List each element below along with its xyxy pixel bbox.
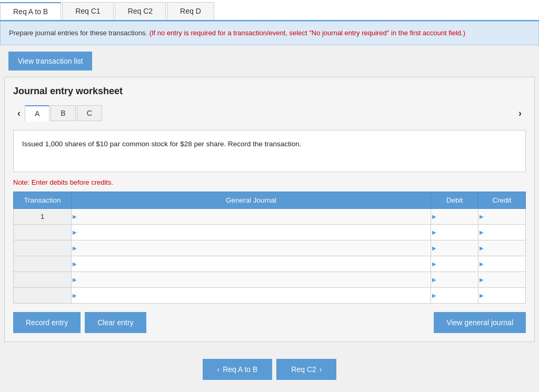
transaction-num-cell-6 [14, 287, 72, 303]
col-header-credit: Credit [478, 192, 526, 208]
debit-cell-4[interactable] [431, 256, 478, 272]
table-row [14, 240, 526, 256]
prev-nav-label: Req A to B [223, 365, 257, 374]
credit-input-4[interactable] [478, 256, 525, 272]
debit-cell-2[interactable] [431, 224, 478, 240]
credit-cell-5[interactable] [478, 272, 526, 287]
col-header-general-journal: General Journal [72, 192, 431, 208]
debit-cell-5[interactable] [431, 272, 478, 287]
transaction-num-cell-5 [14, 272, 72, 287]
prev-arrow-icon: ‹ [217, 365, 220, 374]
note-text: Note: Enter debits before credits. [13, 178, 526, 186]
tab-req-c2[interactable]: Req C2 [115, 2, 166, 20]
table-row: 1 [14, 208, 526, 224]
debit-input-2[interactable] [431, 225, 478, 240]
journal-entry-cell[interactable] [72, 208, 431, 224]
credit-input-3[interactable] [478, 240, 525, 256]
instructions-bar: Prepare journal entries for these transa… [0, 21, 539, 45]
col-header-debit: Debit [431, 192, 478, 208]
journal-table: Transaction General Journal Debit Credit… [13, 192, 526, 304]
debit-input-3[interactable] [431, 240, 478, 256]
journal-input-6[interactable] [72, 288, 431, 303]
clear-entry-button[interactable]: Clear entry [85, 312, 146, 333]
journal-entry-cell-3[interactable] [72, 240, 431, 256]
record-entry-button[interactable]: Record entry [13, 312, 81, 333]
transaction-num-cell-4 [14, 256, 72, 272]
view-transaction-button[interactable]: View transaction list [8, 52, 92, 71]
next-nav-label: Req C2 [291, 365, 316, 374]
prev-nav-button[interactable]: ‹ Req A to B [203, 359, 273, 380]
credit-input-2[interactable] [478, 225, 525, 240]
inner-tab-a[interactable]: A [25, 105, 49, 122]
credit-cell-2[interactable] [478, 224, 526, 240]
tab-req-d[interactable]: Req D [167, 2, 214, 20]
tab-req-a-to-b[interactable]: Req A to B [0, 2, 61, 20]
credit-input-5[interactable] [478, 272, 525, 287]
debit-cell-3[interactable] [431, 240, 478, 256]
transaction-num-cell-3 [14, 240, 72, 256]
debit-input-1[interactable] [431, 209, 478, 224]
action-buttons-bar: Record entry Clear entry View general jo… [13, 312, 526, 333]
prev-tab-arrow[interactable]: ‹ [13, 106, 25, 121]
inner-tab-bar: ‹ A B C › [13, 105, 526, 122]
credit-cell-4[interactable] [478, 256, 526, 272]
journal-entry-cell-6[interactable] [72, 287, 431, 303]
journal-input-1[interactable] [72, 209, 431, 224]
journal-input-5[interactable] [72, 272, 431, 287]
credit-cell-6[interactable] [478, 287, 526, 303]
journal-input-2[interactable] [72, 225, 431, 240]
transaction-description: Issued 1,000 shares of $10 par common st… [13, 130, 526, 172]
credit-input-1[interactable] [478, 209, 525, 224]
credit-cell-1[interactable] [478, 208, 526, 224]
instructions-note: (If no entry is required for a transacti… [149, 29, 465, 37]
inner-tab-c[interactable]: C [77, 105, 102, 121]
debit-input-6[interactable] [431, 288, 478, 303]
instructions-main: Prepare journal entries for these transa… [9, 29, 147, 37]
worksheet-title: Journal entry worksheet [13, 86, 526, 97]
table-row [14, 272, 526, 287]
debit-input-4[interactable] [431, 256, 478, 272]
next-arrow-icon: › [320, 365, 322, 374]
view-general-journal-button[interactable]: View general journal [434, 312, 526, 333]
debit-cell-6[interactable] [431, 287, 478, 303]
next-tab-arrow[interactable]: › [514, 106, 526, 121]
debit-cell-1[interactable] [431, 208, 478, 224]
journal-entry-worksheet: Journal entry worksheet ‹ A B C › Issued… [4, 77, 535, 342]
journal-input-4[interactable] [72, 256, 431, 272]
debit-input-5[interactable] [431, 272, 478, 287]
credit-cell-3[interactable] [478, 240, 526, 256]
table-row [14, 287, 526, 303]
transaction-num-cell: 1 [14, 208, 72, 224]
next-nav-button[interactable]: Req C2 › [276, 359, 336, 380]
inner-tab-b[interactable]: B [51, 105, 75, 121]
table-row [14, 224, 526, 240]
journal-entry-cell-4[interactable] [72, 256, 431, 272]
top-tab-bar: Req A to B Req C1 Req C2 Req D [0, 0, 539, 21]
credit-input-6[interactable] [478, 288, 525, 303]
journal-entry-cell-5[interactable] [72, 272, 431, 287]
table-row [14, 256, 526, 272]
tab-req-c1[interactable]: Req C1 [62, 2, 113, 20]
transaction-num-cell-2 [14, 224, 72, 240]
bottom-nav-bar: ‹ Req A to B Req C2 › [0, 350, 539, 393]
col-header-transaction: Transaction [14, 192, 72, 208]
journal-input-3[interactable] [72, 240, 431, 256]
journal-entry-cell-2[interactable] [72, 224, 431, 240]
